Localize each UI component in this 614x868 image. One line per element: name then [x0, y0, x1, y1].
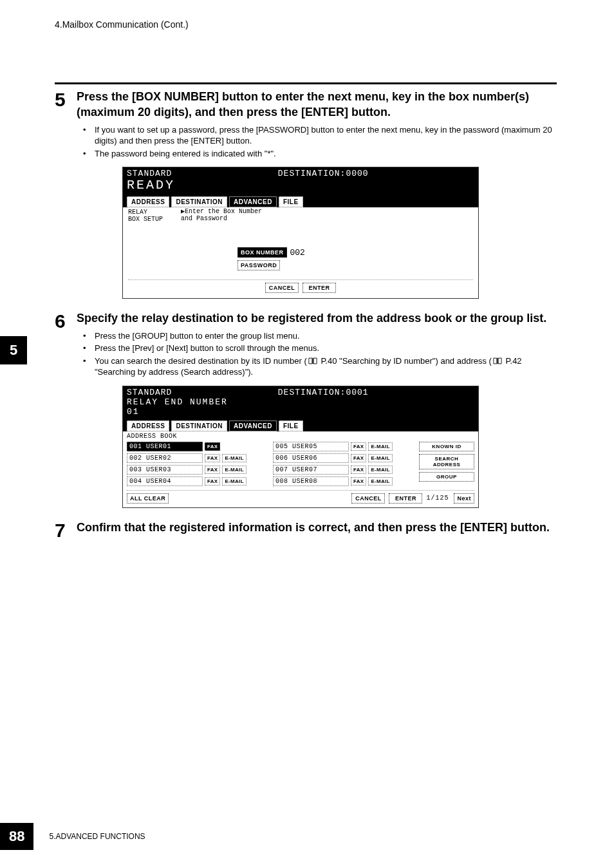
step-5: 5 Press the [BOX NUMBER] button to enter…: [55, 89, 557, 160]
email-chip[interactable]: E-MAIL: [222, 477, 246, 486]
group-button[interactable]: GROUP: [419, 472, 474, 482]
fax-chip[interactable]: FAX: [205, 442, 220, 451]
tab-destination[interactable]: DESTINATION: [171, 420, 227, 431]
step-number: 6: [55, 310, 77, 379]
lcd-hint-2: and Password: [181, 216, 262, 223]
page-number: 88: [0, 823, 33, 850]
address-entry[interactable]: 005 USER05FAXE-MAIL: [273, 442, 415, 451]
lcd-status: STANDARD: [127, 169, 172, 178]
address-entry[interactable]: 008 USER08FAXE-MAIL: [273, 476, 415, 486]
email-chip[interactable]: E-MAIL: [368, 477, 392, 486]
known-id-button[interactable]: KNOWN ID: [419, 442, 474, 451]
sidebar-chapter-tab: 5: [0, 336, 27, 364]
header-breadcrumb: 4.Mailbox Communication (Cont.): [55, 19, 189, 30]
search-address-button[interactable]: SEARCH ADDRESS: [419, 454, 474, 469]
lcd-subheader-1: RELAY END NUMBER: [127, 397, 474, 407]
tab-advanced[interactable]: ADVANCED: [229, 420, 277, 431]
step-title: Press the [BOX NUMBER] button to enter t…: [77, 89, 557, 120]
tab-file[interactable]: FILE: [279, 196, 303, 207]
step-title: Confirm that the registered information …: [77, 520, 557, 535]
book-icon: [493, 357, 502, 364]
lcd-ready: READY: [127, 178, 474, 193]
bullet-item: You can search the desired destination b…: [88, 355, 557, 378]
email-chip[interactable]: E-MAIL: [222, 466, 246, 474]
fax-chip[interactable]: FAX: [205, 466, 220, 474]
fax-chip[interactable]: FAX: [351, 466, 366, 474]
address-entry[interactable]: 006 USER06FAXE-MAIL: [273, 453, 415, 463]
step-number: 7: [55, 520, 77, 540]
address-entry[interactable]: 004 USER04FAXE-MAIL: [127, 476, 269, 486]
address-entry[interactable]: 007 USER07FAXE-MAIL: [273, 465, 415, 475]
address-entry[interactable]: 002 USER02FAXE-MAIL: [127, 453, 269, 463]
tab-advanced[interactable]: ADVANCED: [229, 196, 277, 207]
box-number-button[interactable]: BOX NUMBER: [237, 247, 287, 258]
address-entry[interactable]: 001 USER01FAX: [127, 442, 269, 451]
bullet-item: Press the [GROUP] button to enter the gr…: [88, 330, 557, 342]
step-7: 7 Confirm that the registered informatio…: [55, 520, 557, 540]
enter-button[interactable]: ENTER: [389, 493, 422, 504]
tab-destination[interactable]: DESTINATION: [171, 196, 227, 207]
page-footer: 88 5.ADVANCED FUNCTIONS: [0, 823, 145, 850]
cancel-button[interactable]: CANCEL: [265, 283, 299, 293]
email-chip[interactable]: E-MAIL: [368, 454, 392, 462]
lcd-screenshot-2: STANDARD DESTINATION:0001 RELAY END NUMB…: [122, 386, 479, 508]
lcd-context-1: RELAY: [128, 209, 163, 216]
next-button[interactable]: Next: [454, 493, 474, 504]
fax-chip[interactable]: FAX: [351, 454, 366, 462]
lcd-context-2: BOX SETUP: [128, 216, 163, 223]
lcd-destination-count: DESTINATION:0001: [278, 388, 369, 397]
lcd-status: STANDARD: [127, 388, 172, 397]
bullet-item: Press the [Prev] or [Next] button to scr…: [88, 343, 557, 354]
fax-chip[interactable]: FAX: [351, 442, 366, 451]
address-entry[interactable]: 003 USER03FAXE-MAIL: [127, 465, 269, 475]
step-6: 6 Specify the relay destination to be re…: [55, 310, 557, 379]
bullet-item: If you want to set up a password, press …: [88, 124, 557, 147]
email-chip[interactable]: E-MAIL: [222, 454, 246, 462]
address-book-label: ADDRESS BOOK: [127, 433, 474, 440]
email-chip[interactable]: E-MAIL: [368, 442, 392, 451]
chapter-label: 5.ADVANCED FUNCTIONS: [49, 832, 145, 841]
lcd-destination-count: DESTINATION:0000: [278, 169, 369, 178]
enter-button[interactable]: ENTER: [302, 283, 336, 293]
book-icon: [308, 357, 317, 364]
cancel-button[interactable]: CANCEL: [351, 493, 385, 504]
password-button[interactable]: PASSWORD: [237, 260, 280, 270]
page-indicator: 1/125: [426, 495, 449, 502]
lcd-screenshot-1: STANDARD DESTINATION:0000 READY ADDRESS …: [122, 167, 479, 299]
step-number: 5: [55, 89, 77, 160]
fax-chip[interactable]: FAX: [205, 454, 220, 462]
fax-chip[interactable]: FAX: [205, 477, 220, 486]
tab-address[interactable]: ADDRESS: [127, 420, 169, 431]
fax-chip[interactable]: FAX: [351, 477, 366, 486]
step-title: Specify the relay destination to be regi…: [77, 310, 557, 326]
tab-address[interactable]: ADDRESS: [127, 196, 169, 207]
box-number-value: 002: [290, 248, 305, 258]
tab-file[interactable]: FILE: [279, 420, 303, 431]
email-chip[interactable]: E-MAIL: [368, 466, 392, 474]
lcd-subheader-2: 01: [127, 407, 474, 417]
bullet-item: The password being entered is indicated …: [88, 148, 557, 160]
rule-top: [55, 82, 557, 84]
all-clear-button[interactable]: ALL CLEAR: [127, 493, 169, 504]
